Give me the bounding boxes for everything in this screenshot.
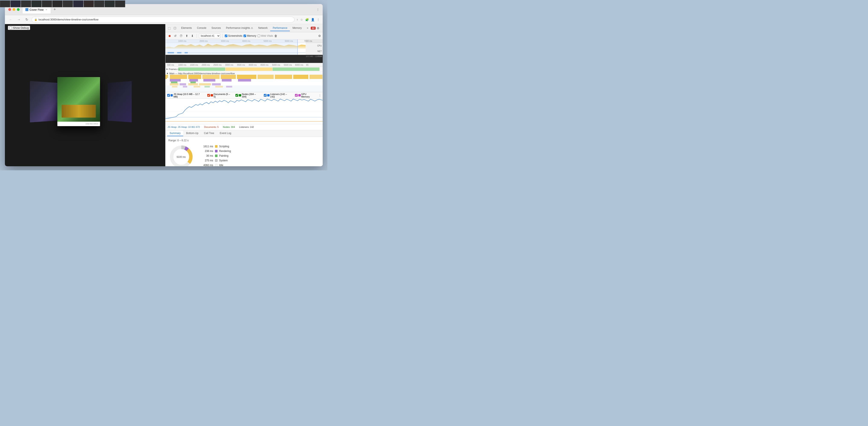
perf-settings-btn[interactable]: ⚙ [318, 34, 321, 37]
show-debug-checkbox[interactable] [9, 26, 12, 29]
tab-sources[interactable]: Sources [209, 25, 223, 31]
svg-rect-32 [204, 86, 210, 87]
idle-time: 4060 ms [198, 164, 213, 167]
range-text: Range: 0 – 6.22 s [168, 139, 320, 142]
devtools-more-btn[interactable]: ⋮ [320, 26, 323, 30]
svg-rect-9 [202, 75, 219, 79]
extensions-icon[interactable]: 🧩 [305, 18, 309, 21]
m-1500: 1500 ms [190, 64, 198, 66]
devtools-panel: ⬚ ☐ Elements Console Sources Performance… [165, 24, 323, 166]
main-thread-label: Main — http://localhost:3000/demo/view-t… [169, 72, 235, 75]
reload-record-btn[interactable]: ↺ [173, 34, 178, 38]
frames-track: ▶ Frames ns [165, 67, 323, 72]
gpu-memory-label: GPU Memory [301, 93, 315, 98]
bottom-tabs: Summary Bottom-Up Call Tree Event Log [165, 130, 323, 137]
address-bar[interactable]: 🔒 localhost:3000/demo/view-timeline-css/… [32, 17, 294, 23]
painting-color [215, 154, 218, 157]
tab-title: Cover Flow [30, 8, 44, 11]
screenshots-row: 10.5 MB – 12.7 MB HEAP [165, 55, 323, 63]
documents-label: Documents [5 – 5] [214, 93, 232, 98]
screenshots-checkbox-group[interactable]: Screenshots [225, 34, 243, 37]
system-label: System [219, 159, 228, 162]
scripting-color [215, 145, 218, 148]
timeline-overview[interactable]: 1000 ms 2000 ms 3000 ms 4000 ms 5000 ms … [165, 39, 323, 55]
m-6000: 6000 ms [295, 64, 303, 66]
svg-rect-19 [222, 79, 231, 82]
screenshots-checkbox[interactable] [225, 35, 227, 37]
tab-performance-insights[interactable]: Performance insights ⚠ [223, 25, 256, 31]
forward-button[interactable]: → [16, 17, 22, 22]
painting-label: Painting [219, 154, 228, 157]
tab-more[interactable]: » [304, 25, 311, 31]
gpu-memory-checkbox[interactable]: GPU Memory [295, 93, 315, 98]
web-vitals-checkbox-group[interactable]: Web Vitals [258, 34, 273, 37]
tab-console[interactable]: Console [194, 25, 209, 31]
tab-event-log[interactable]: Event Log [217, 131, 234, 136]
bookmark-icon[interactable]: ☆ [300, 18, 303, 21]
content-area: Show Debug DAB RECORDS [5, 24, 323, 166]
devtools-tabs-bar: ⬚ ☐ Elements Console Sources Performance… [165, 24, 323, 32]
listeners-checkbox[interactable]: Listeners [142 – 142] [264, 93, 292, 98]
tab-performance[interactable]: Performance [270, 25, 290, 31]
m-500: 500 ms [167, 64, 174, 66]
show-debug-label[interactable]: Show Debug [8, 26, 30, 30]
devtools-tool-icons: ⬚ ☐ [167, 26, 178, 30]
main-thread-arrow: ▼ [166, 72, 169, 75]
menu-icon[interactable]: ⋮ [317, 18, 320, 21]
tab-bottom-up[interactable]: Bottom-Up [184, 131, 201, 136]
js-heap-checkbox[interactable]: JS Heap [10.5 MB – 12.7 MB] [167, 93, 204, 98]
memory-perf-checkbox[interactable] [244, 35, 246, 37]
summary-table: 1611 ms Scripting 238 ms Rendering 36 ms [198, 144, 320, 167]
devtools-settings-btn[interactable]: ⚙ [316, 26, 320, 30]
extensions-badge: 22 [311, 27, 315, 30]
svg-rect-28 [165, 85, 323, 92]
maximize-traffic-light[interactable] [17, 8, 20, 11]
tab-call-tree[interactable]: Call Tree [201, 131, 217, 136]
lock-icon: 🔒 [34, 18, 37, 21]
record-btn[interactable]: ⏺ [167, 34, 172, 38]
memory-checkboxes: JS Heap [10.5 MB – 12.7 MB] Documents [5… [165, 92, 323, 98]
memory-scrollbar-icon[interactable]: ⋮ [318, 94, 321, 97]
share-icon[interactable]: ↑ [297, 18, 298, 21]
main-timeline: 500 ms 1000 ms 1500 ms 2000 ms 2500 ms 3… [165, 63, 323, 92]
cover-image-left [30, 81, 58, 122]
back-button[interactable]: ← [8, 17, 14, 22]
tab-memory[interactable]: Memory [290, 25, 304, 31]
timer-btn[interactable]: ⏱ [179, 34, 183, 38]
documents-checkbox[interactable]: Documents [5 – 5] [207, 93, 232, 98]
tab-close-button[interactable]: × [45, 8, 48, 11]
unselected-overlay [306, 39, 323, 55]
web-vitals-label: Web Vitals [261, 34, 273, 37]
download-btn[interactable]: ⬇ [190, 34, 194, 38]
idle-label: Idle [219, 164, 223, 167]
tab-elements[interactable]: Elements [179, 25, 194, 31]
cover-center: DAB RECORDS [57, 77, 100, 126]
tab-summary[interactable]: Summary [167, 131, 183, 136]
donut-center-label: 6220 ms [177, 155, 186, 158]
profile-select[interactable]: localhost #1 [199, 33, 220, 38]
inspect-icon[interactable]: ⬚ [167, 26, 172, 30]
performance-toolbar: ⏺ ↺ ⏱ ⬆ ⬇ localhost #1 Screenshots Memor… [165, 32, 323, 39]
url-text: localhost:3000/demo/view-timeline-css/co… [39, 18, 98, 21]
reload-button[interactable]: ↻ [24, 17, 29, 22]
memory-checkbox-group[interactable]: Memory [244, 34, 256, 37]
tab-network[interactable]: Network [256, 25, 270, 31]
nodes-checkbox[interactable]: Nodes [304 – 304] [236, 93, 261, 98]
system-time: 275 ms [198, 159, 213, 162]
device-icon[interactable]: ☐ [173, 26, 178, 30]
minimize-traffic-light[interactable] [12, 8, 16, 11]
m-5500: 5500 ms [284, 64, 292, 66]
m-3500: 3500 ms [237, 64, 245, 66]
svg-rect-30 [183, 86, 187, 87]
svg-rect-31 [193, 86, 200, 87]
cover-label: DAB RECORDS [57, 122, 100, 126]
web-vitals-checkbox[interactable] [258, 35, 260, 37]
browser-settings-icon[interactable]: ⋮ [316, 8, 319, 11]
upload-btn[interactable]: ⬆ [185, 34, 189, 38]
clear-btn[interactable]: 🗑 [274, 34, 277, 37]
svg-rect-12 [257, 75, 274, 79]
profile-icon[interactable]: 👤 [311, 18, 315, 21]
memory-perf-label: Memory [247, 34, 256, 37]
svg-rect-33 [215, 86, 223, 87]
close-traffic-light[interactable] [8, 8, 11, 11]
